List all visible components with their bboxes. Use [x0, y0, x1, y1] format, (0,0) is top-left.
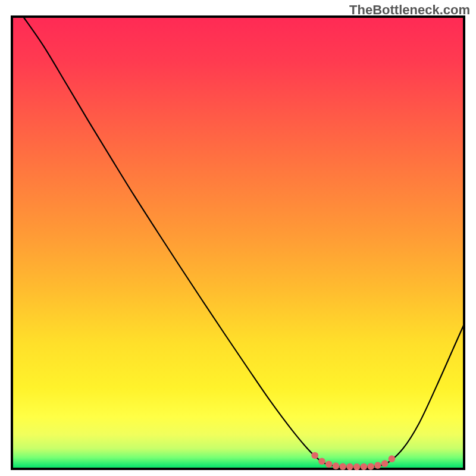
attribution-text: TheBottleneck.com — [349, 2, 470, 18]
optimal-marker — [311, 452, 318, 459]
optimal-marker — [333, 462, 340, 469]
chart-container: TheBottleneck.com — [0, 0, 476, 476]
gradient-background — [12, 17, 464, 469]
optimal-marker — [374, 462, 381, 469]
optimal-marker — [367, 463, 374, 470]
optimal-marker — [318, 458, 325, 465]
optimal-marker — [361, 463, 368, 470]
optimal-marker — [353, 464, 361, 471]
optimal-marker — [325, 461, 333, 468]
optimal-marker — [381, 460, 389, 467]
optimal-marker — [346, 464, 353, 471]
bottleneck-chart — [0, 0, 476, 476]
optimal-marker — [389, 455, 396, 462]
optimal-marker — [339, 463, 346, 470]
